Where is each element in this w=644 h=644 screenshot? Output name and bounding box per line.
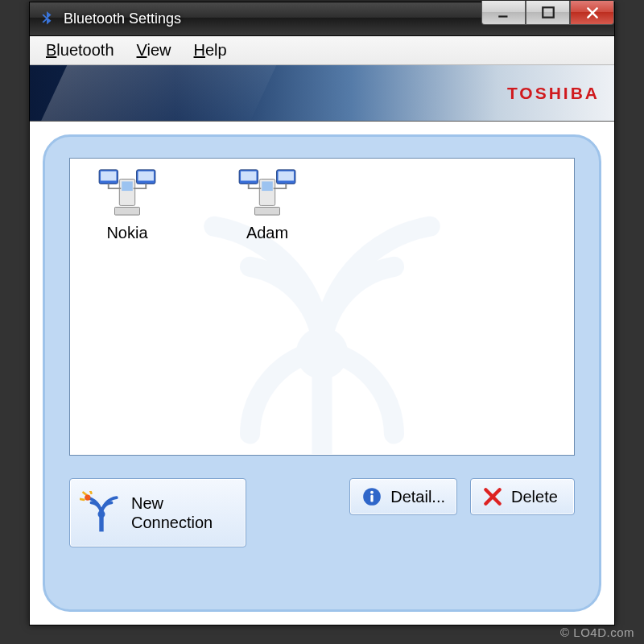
minimize-button[interactable]: [481, 1, 526, 25]
svg-rect-19: [99, 516, 103, 532]
client-area: Nokia: [38, 130, 606, 617]
bluetooth-icon: [38, 10, 56, 28]
brand-logo: TOSHIBA: [507, 84, 600, 103]
device-list[interactable]: Nokia: [69, 158, 575, 456]
device-label: Nokia: [83, 224, 171, 242]
svg-rect-17: [255, 207, 280, 215]
menu-help[interactable]: Help: [183, 38, 238, 63]
site-watermark: © LO4D.com: [560, 625, 634, 639]
svg-rect-6: [101, 171, 116, 181]
svg-rect-16: [262, 181, 273, 191]
titlebar[interactable]: Bluetooth Settings: [30, 2, 614, 36]
button-label: Detail...: [390, 488, 445, 506]
svg-rect-1: [543, 7, 554, 17]
delete-x-icon: [482, 486, 503, 507]
antenna-icon: [80, 491, 123, 535]
info-icon: [361, 486, 382, 507]
delete-button[interactable]: Delete: [470, 478, 575, 515]
svg-rect-9: [122, 181, 133, 191]
button-label: New Connection: [131, 493, 213, 532]
svg-rect-10: [115, 207, 140, 215]
close-button[interactable]: [570, 1, 614, 25]
svg-point-23: [370, 491, 374, 494]
maximize-button[interactable]: [526, 1, 570, 25]
brand-banner: TOSHIBA: [30, 65, 614, 122]
menu-bluetooth[interactable]: Bluetooth: [35, 38, 126, 63]
main-panel: Nokia: [43, 134, 601, 612]
svg-rect-14: [279, 171, 294, 181]
device-network-icon: [96, 204, 159, 220]
svg-point-20: [85, 495, 90, 501]
svg-rect-3: [312, 361, 332, 454]
menu-view[interactable]: View: [126, 38, 183, 63]
svg-rect-7: [138, 171, 154, 181]
device-network-icon: [236, 204, 299, 220]
svg-rect-22: [371, 495, 374, 502]
button-row: New Connection Detail... Delete: [69, 478, 575, 547]
app-window: Bluetooth Settings Bluetooth View Help T…: [29, 2, 615, 625]
new-connection-button[interactable]: New Connection: [69, 478, 246, 547]
window-title: Bluetooth Settings: [64, 10, 181, 27]
menubar: Bluetooth View Help: [30, 36, 614, 65]
device-label: Adam: [223, 224, 312, 242]
button-label: Delete: [511, 488, 558, 506]
device-item[interactable]: Adam: [223, 167, 312, 242]
svg-rect-0: [498, 15, 507, 17]
detail-button[interactable]: Detail...: [349, 478, 457, 515]
svg-rect-13: [241, 171, 256, 181]
window-controls: [481, 1, 614, 25]
device-item[interactable]: Nokia: [83, 167, 171, 242]
